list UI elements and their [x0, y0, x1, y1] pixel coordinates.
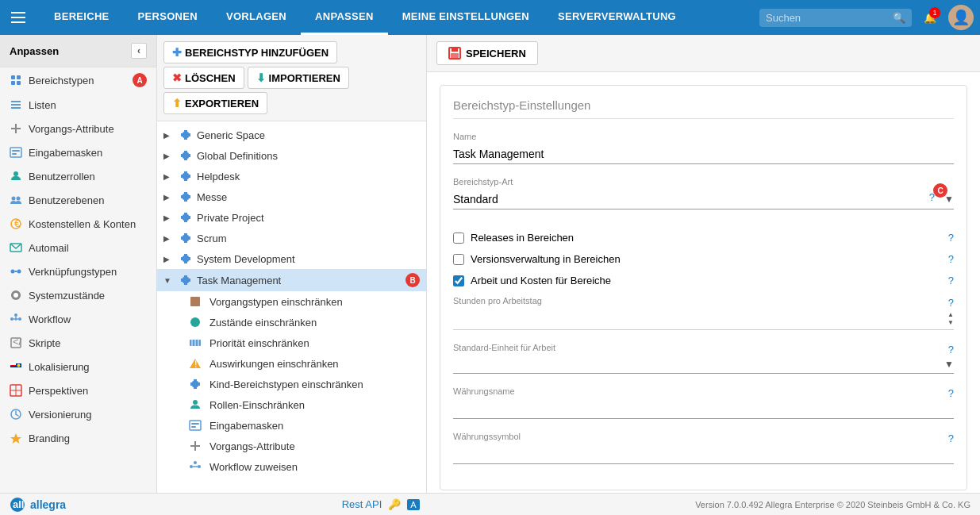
bottom-icon2[interactable]: A — [407, 499, 419, 510]
sidebar-label-bereichstypen: Bereichstypen — [29, 75, 94, 86]
sidebar-item-benutzerrollen[interactable]: Benutzerrollen — [0, 164, 156, 188]
search-icon: 🔍 — [893, 12, 905, 24]
help-icon-arbeit[interactable]: ? — [948, 275, 954, 286]
expand-arrow: ▶ — [163, 193, 175, 202]
help-icon-waehrungsname[interactable]: ? — [948, 387, 954, 399]
delete-button[interactable]: ✖ LÖSCHEN — [163, 67, 244, 89]
tree-item-scrum[interactable]: ▶ Scrum — [157, 228, 426, 248]
help-icon-version[interactable]: ? — [948, 253, 954, 265]
tree-item-prioritaet[interactable]: Priorität einschränken — [157, 332, 426, 353]
vorgangs-attribute-icon — [10, 122, 22, 135]
sidebar-item-versionierung[interactable]: Versionierung — [0, 402, 156, 426]
sidebar-item-systemzustaende[interactable]: Systemzustände — [0, 283, 156, 307]
sidebar-item-lokalisierung[interactable]: Lokalisierung — [0, 355, 156, 379]
tree-item-system-development[interactable]: ▶ System Development — [157, 248, 426, 269]
bottom-icon1[interactable]: 🔑 — [388, 498, 401, 510]
help-icon-releases[interactable]: ? — [948, 232, 954, 244]
type-select[interactable]: Standard ▼ ? C — [453, 190, 954, 209]
tree-item-eingabemasken-child[interactable]: Eingabemasken — [157, 415, 426, 436]
search-bar[interactable]: 🔍 — [759, 9, 912, 27]
waehrungssymbol-input[interactable] — [453, 444, 954, 464]
import-button[interactable]: ⬇ IMPORTIEREN — [248, 67, 349, 89]
sidebar-label-benutzerebenen: Benutzerebenen — [29, 194, 104, 206]
svg-rect-1 — [17, 75, 21, 79]
versionsverwaltung-checkbox[interactable] — [453, 254, 464, 265]
tree-item-vorgangstypen[interactable]: Vorgangstypen einschränken — [157, 291, 426, 312]
search-input[interactable] — [766, 12, 893, 24]
name-field-group: Name — [453, 132, 954, 164]
export-button[interactable]: ⬆ EXPORTIEREN — [163, 92, 267, 114]
tree-item-vorgangs-attribute-child[interactable]: Vorgangs-Attribute — [157, 436, 426, 456]
expand-arrow: ▶ — [163, 213, 175, 222]
notification-bell[interactable]: 🔔 1 — [918, 6, 942, 29]
nav-vorlagen[interactable]: VORLAGEN — [212, 0, 301, 35]
sidebar-item-perspektiven[interactable]: Perspektiven — [0, 379, 156, 402]
einheit-select[interactable]: ▼ — [453, 356, 954, 374]
bottom-left: alle allegra — [10, 497, 66, 513]
rest-api-link[interactable]: Rest API — [342, 498, 382, 510]
nav-bereiche[interactable]: BEREICHE — [40, 0, 124, 35]
svg-rect-11 — [12, 153, 17, 155]
center-toolbar: ✚ BEREICHSTYP HINZUFÜGEN ✖ LÖSCHEN ⬇ IMP… — [157, 35, 426, 121]
svg-text:</>: </> — [13, 336, 22, 348]
sidebar-item-vorgangs-attribute[interactable]: Vorgangs-Attribute — [0, 117, 156, 140]
einheit-label: Standard-Einheit für Arbeit — [453, 343, 555, 352]
rollen-icon — [189, 398, 202, 411]
sidebar-item-workflow[interactable]: Workflow — [0, 307, 156, 331]
nav-anpassen[interactable]: ANPASSEN — [301, 0, 388, 35]
svg-rect-40 — [190, 297, 200, 306]
hamburger-menu[interactable] — [6, 6, 30, 29]
tree-item-rollen[interactable]: Rollen-Einschränken — [157, 394, 426, 415]
tree-item-global-definitions[interactable]: ▶ Global Definitions — [157, 145, 426, 166]
sidebar-item-listen[interactable]: Listen — [0, 93, 156, 117]
sidebar-collapse-button[interactable]: ‹ — [131, 43, 147, 59]
user-avatar[interactable]: 👤 — [948, 5, 974, 30]
arbeit-checkbox[interactable] — [453, 275, 464, 286]
tree-item-generic-space[interactable]: ▶ Generic Space — [157, 125, 426, 145]
svg-point-23 — [10, 317, 13, 321]
add-bereichstyp-button[interactable]: ✚ BEREICHSTYP HINZUFÜGEN — [163, 41, 337, 63]
nav-serververwaltung[interactable]: SERVERVERWALTUNG — [544, 0, 690, 35]
svg-rect-6 — [11, 107, 21, 109]
sidebar-item-branding[interactable]: Branding — [0, 426, 156, 450]
sidebar-item-bereichstypen[interactable]: Bereichstypen A — [0, 67, 156, 93]
tree-item-kind-bereichstypen[interactable]: Kind-Bereichstypen einschränken — [157, 374, 426, 394]
sidebar-item-skripte[interactable]: </> Skripte — [0, 331, 156, 355]
tree-label: Eingabemasken — [209, 420, 283, 432]
auswirkungen-icon: ! — [189, 357, 202, 370]
notification-badge: 1 — [929, 7, 940, 18]
name-input[interactable] — [453, 144, 954, 164]
tree-item-workflow-child[interactable]: Workflow zuweisen — [157, 456, 426, 477]
tree-item-private-project[interactable]: ▶ Private Project — [157, 207, 426, 228]
sidebar-item-kostenstellen[interactable]: € Kostenstellen & Konten — [0, 212, 156, 236]
sidebar-item-verknuepfungstypen[interactable]: Verknüpfungstypen — [0, 259, 156, 283]
save-button[interactable]: SPEICHERN — [436, 41, 538, 65]
spinner-down[interactable]: ▼ — [947, 320, 954, 326]
sidebar-item-automail[interactable]: Automail — [0, 236, 156, 259]
tree-item-zustaende[interactable]: Zustände einschränken — [157, 312, 426, 332]
stunden-input[interactable] — [453, 313, 947, 325]
releases-checkbox[interactable] — [453, 233, 464, 244]
lokalisierung-icon — [10, 360, 22, 373]
top-nav: BEREICHE PERSONEN VORLAGEN ANPASSEN MEIN… — [0, 0, 980, 35]
waehrungsname-input[interactable] — [453, 399, 954, 419]
tree-item-auswirkungen[interactable]: ! Auswirkungen einschränken — [157, 353, 426, 374]
sidebar-item-eingabemasken[interactable]: Eingabemasken — [0, 140, 156, 164]
tree-item-helpdesk[interactable]: ▶ Helpdesk — [157, 166, 426, 186]
tree-label: Kind-Bereichstypen einschränken — [209, 379, 363, 390]
tree-label: Auswirkungen einschränken — [209, 358, 339, 370]
svg-rect-49 — [190, 421, 201, 430]
spinner-up[interactable]: ▲ — [947, 312, 954, 318]
help-icon-waehrungssymbol[interactable]: ? — [948, 432, 954, 444]
tree-item-task-management[interactable]: ▼ Task Management B — [157, 269, 426, 291]
help-icon-einheit[interactable]: ? — [948, 344, 954, 356]
allegra-logo: alle allegra — [10, 497, 66, 513]
svg-point-22 — [13, 293, 18, 298]
nav-personen[interactable]: PERSONEN — [124, 0, 212, 35]
tree-item-messe[interactable]: ▶ Messe — [157, 186, 426, 207]
sidebar-item-benutzerebenen[interactable]: Benutzerebenen — [0, 188, 156, 212]
stunden-spinner[interactable]: ▲ ▼ — [947, 312, 954, 326]
help-icon-stunden[interactable]: ? — [948, 297, 954, 309]
nav-meine-einstellungen[interactable]: MEINE EINSTELLUNGEN — [388, 0, 544, 35]
svg-rect-0 — [11, 75, 15, 79]
